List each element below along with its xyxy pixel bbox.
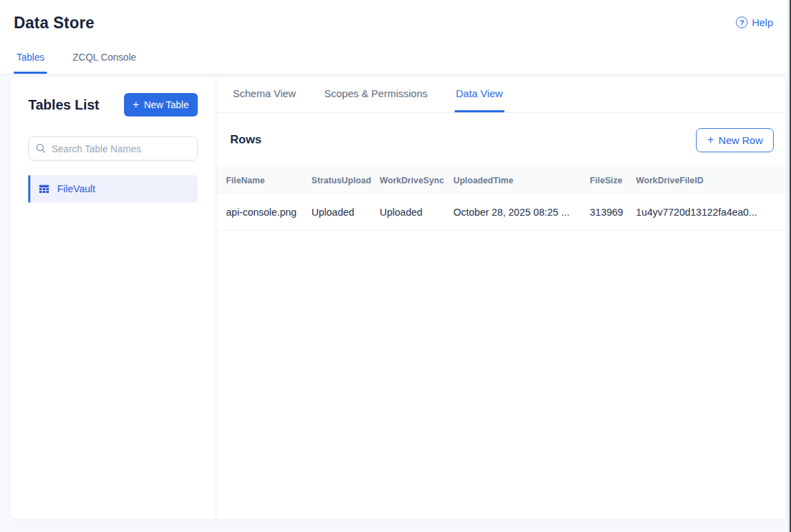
tab-tables[interactable]: Tables xyxy=(14,52,47,74)
column-header-workdrivesync: WorkDriveSync xyxy=(380,176,453,185)
sidebar-item-filevault[interactable]: FileVault xyxy=(28,175,198,203)
cell-workdrivesync: Uploaded xyxy=(380,207,453,218)
page-title: Data Store xyxy=(14,14,773,32)
cell-workdrivefileid: 1u4yv7720d13122fa4ea0... xyxy=(636,207,786,218)
column-header-workdrivefileid: WorkDriveFileID xyxy=(636,176,786,185)
tables-list-title: Tables List xyxy=(28,97,99,113)
table-header-row: FileName StratusUpload WorkDriveSync Upl… xyxy=(216,167,786,194)
app-header: Data Store ? Help Tables ZCQL Console xyxy=(0,0,791,74)
new-table-button[interactable]: + New Table xyxy=(124,93,198,116)
new-table-label: New Table xyxy=(144,99,189,110)
tab-zcql-console[interactable]: ZCQL Console xyxy=(70,52,138,74)
help-label: Help xyxy=(752,17,773,28)
search-icon xyxy=(36,143,45,153)
help-link[interactable]: ? Help xyxy=(736,17,773,28)
cell-filename: api-console.png xyxy=(226,207,311,218)
table-search xyxy=(28,136,198,161)
plus-icon: + xyxy=(133,101,139,109)
cell-filesize: 313969 xyxy=(590,207,636,218)
plus-icon: + xyxy=(707,136,713,144)
column-header-uploadedtime: UploadedTime xyxy=(453,176,590,185)
tables-list-panel: Tables List + New Table Fi xyxy=(10,76,216,520)
table-detail-panel: Schema View Scopes & Permissions Data Vi… xyxy=(216,76,786,520)
help-icon: ? xyxy=(736,17,748,28)
search-input[interactable] xyxy=(28,136,198,161)
table-row[interactable]: api-console.png Uploaded Uploaded Octobe… xyxy=(216,194,786,231)
tab-schema-view[interactable]: Schema View xyxy=(232,76,297,112)
cell-uploadedtime: October 28, 2025 08:25 ... xyxy=(453,207,590,218)
rows-title: Rows xyxy=(230,133,261,147)
tab-data-view[interactable]: Data View xyxy=(455,76,504,112)
table-grid-icon xyxy=(39,183,50,194)
rows-header: Rows + New Row xyxy=(216,113,786,167)
new-row-button[interactable]: + New Row xyxy=(696,128,774,152)
table-name-label: FileVault xyxy=(57,183,95,194)
column-header-filesize: FileSize xyxy=(590,176,636,185)
new-row-label: New Row xyxy=(719,134,763,146)
rows-table: FileName StratusUpload WorkDriveSync Upl… xyxy=(216,167,786,231)
cell-stratusupload: Uploaded xyxy=(311,207,380,218)
column-header-stratusupload: StratusUpload xyxy=(311,176,380,185)
tab-scopes-permissions[interactable]: Scopes & Permissions xyxy=(322,76,429,112)
main-tabs: Tables ZCQL Console xyxy=(14,52,139,74)
column-header-filename: FileName xyxy=(226,176,311,185)
window-scrollbar[interactable] xyxy=(788,0,791,532)
main-card: Tables List + New Table Fi xyxy=(10,76,787,520)
detail-tabs: Schema View Scopes & Permissions Data Vi… xyxy=(216,76,786,113)
